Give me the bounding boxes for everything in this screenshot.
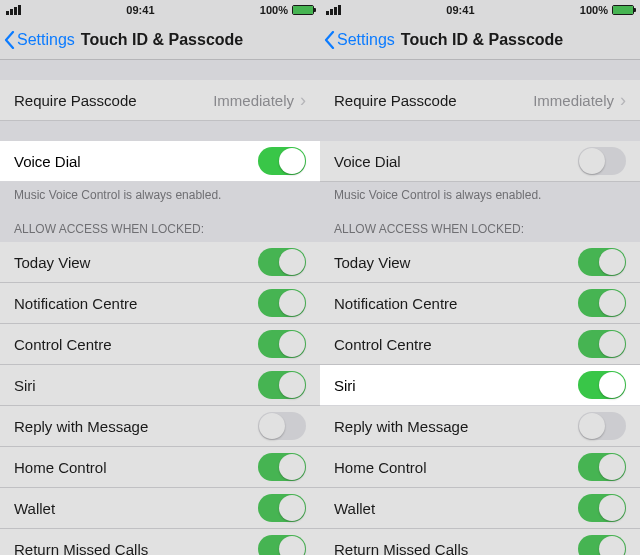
signal-icon bbox=[326, 5, 341, 15]
back-label: Settings bbox=[17, 31, 75, 49]
battery-pct: 100% bbox=[580, 4, 608, 16]
chevron-right-icon: › bbox=[300, 90, 306, 111]
today-view-toggle[interactable] bbox=[578, 248, 626, 276]
today-view-label: Today View bbox=[334, 254, 410, 271]
require-passcode-label: Require Passcode bbox=[334, 92, 457, 109]
settings-list: Require Passcode Immediately › Voice Dia… bbox=[0, 60, 320, 555]
require-passcode-value: Immediately bbox=[533, 92, 614, 109]
require-passcode-row[interactable]: Require Passcode Immediately › bbox=[320, 80, 640, 121]
require-passcode-value: Immediately bbox=[213, 92, 294, 109]
voice-dial-row[interactable]: Voice Dial bbox=[320, 141, 640, 182]
wallet-label: Wallet bbox=[334, 500, 375, 517]
control-centre-toggle[interactable] bbox=[578, 330, 626, 358]
control-centre-toggle[interactable] bbox=[258, 330, 306, 358]
return-missed-calls-label: Return Missed Calls bbox=[334, 541, 468, 556]
reply-with-message-label: Reply with Message bbox=[14, 418, 148, 435]
siri-row[interactable]: Siri bbox=[320, 365, 640, 406]
home-control-label: Home Control bbox=[14, 459, 107, 476]
status-time: 09:41 bbox=[126, 4, 154, 16]
control-centre-label: Control Centre bbox=[14, 336, 112, 353]
return-missed-calls-label: Return Missed Calls bbox=[14, 541, 148, 556]
wallet-label: Wallet bbox=[14, 500, 55, 517]
home-control-toggle[interactable] bbox=[258, 453, 306, 481]
notification-centre-toggle[interactable] bbox=[578, 289, 626, 317]
back-button[interactable]: Settings bbox=[320, 31, 395, 49]
notification-centre-label: Notification Centre bbox=[334, 295, 457, 312]
home-control-row[interactable]: Home Control bbox=[320, 447, 640, 488]
siri-toggle[interactable] bbox=[258, 371, 306, 399]
control-centre-row[interactable]: Control Centre bbox=[320, 324, 640, 365]
voice-dial-footer: Music Voice Control is always enabled. bbox=[0, 182, 320, 210]
today-view-row[interactable]: Today View bbox=[320, 242, 640, 283]
battery-pct: 100% bbox=[260, 4, 288, 16]
voice-dial-row[interactable]: Voice Dial bbox=[0, 141, 320, 182]
notification-centre-toggle[interactable] bbox=[258, 289, 306, 317]
voice-dial-label: Voice Dial bbox=[334, 153, 401, 170]
control-centre-row[interactable]: Control Centre bbox=[0, 324, 320, 365]
reply-with-message-toggle[interactable] bbox=[258, 412, 306, 440]
chevron-left-icon bbox=[324, 31, 335, 49]
home-control-label: Home Control bbox=[334, 459, 427, 476]
siri-label: Siri bbox=[14, 377, 36, 394]
allow-access-header: ALLOW ACCESS WHEN LOCKED: bbox=[320, 210, 640, 242]
home-control-row[interactable]: Home Control bbox=[0, 447, 320, 488]
settings-list: Require Passcode Immediately › Voice Dia… bbox=[320, 60, 640, 555]
require-passcode-row[interactable]: Require Passcode Immediately › bbox=[0, 80, 320, 121]
nav-bar: Settings Touch ID & Passcode bbox=[0, 20, 320, 60]
reply-with-message-label: Reply with Message bbox=[334, 418, 468, 435]
wallet-row[interactable]: Wallet bbox=[320, 488, 640, 529]
voice-dial-toggle[interactable] bbox=[258, 147, 306, 175]
return-missed-calls-toggle[interactable] bbox=[258, 535, 306, 555]
today-view-toggle[interactable] bbox=[258, 248, 306, 276]
back-label: Settings bbox=[337, 31, 395, 49]
home-control-toggle[interactable] bbox=[578, 453, 626, 481]
wallet-toggle[interactable] bbox=[578, 494, 626, 522]
require-passcode-label: Require Passcode bbox=[14, 92, 137, 109]
voice-dial-footer: Music Voice Control is always enabled. bbox=[320, 182, 640, 210]
status-time: 09:41 bbox=[446, 4, 474, 16]
back-button[interactable]: Settings bbox=[0, 31, 75, 49]
battery-icon bbox=[612, 5, 634, 15]
chevron-right-icon: › bbox=[620, 90, 626, 111]
today-view-row[interactable]: Today View bbox=[0, 242, 320, 283]
nav-bar: Settings Touch ID & Passcode bbox=[320, 20, 640, 60]
return-missed-calls-row[interactable]: Return Missed Calls bbox=[320, 529, 640, 555]
notification-centre-row[interactable]: Notification Centre bbox=[0, 283, 320, 324]
voice-dial-label: Voice Dial bbox=[14, 153, 81, 170]
allow-access-header: ALLOW ACCESS WHEN LOCKED: bbox=[0, 210, 320, 242]
voice-dial-toggle[interactable] bbox=[578, 147, 626, 175]
status-bar: 09:41 100% bbox=[0, 0, 320, 20]
wallet-toggle[interactable] bbox=[258, 494, 306, 522]
reply-with-message-row[interactable]: Reply with Message bbox=[0, 406, 320, 447]
return-missed-calls-row[interactable]: Return Missed Calls bbox=[0, 529, 320, 555]
siri-toggle[interactable] bbox=[578, 371, 626, 399]
reply-with-message-row[interactable]: Reply with Message bbox=[320, 406, 640, 447]
battery-icon bbox=[292, 5, 314, 15]
page-title: Touch ID & Passcode bbox=[81, 31, 243, 49]
return-missed-calls-toggle[interactable] bbox=[578, 535, 626, 555]
notification-centre-label: Notification Centre bbox=[14, 295, 137, 312]
wallet-row[interactable]: Wallet bbox=[0, 488, 320, 529]
notification-centre-row[interactable]: Notification Centre bbox=[320, 283, 640, 324]
chevron-left-icon bbox=[4, 31, 15, 49]
today-view-label: Today View bbox=[14, 254, 90, 271]
siri-label: Siri bbox=[334, 377, 356, 394]
reply-with-message-toggle[interactable] bbox=[578, 412, 626, 440]
siri-row[interactable]: Siri bbox=[0, 365, 320, 406]
page-title: Touch ID & Passcode bbox=[401, 31, 563, 49]
status-bar: 09:41 100% bbox=[320, 0, 640, 20]
control-centre-label: Control Centre bbox=[334, 336, 432, 353]
signal-icon bbox=[6, 5, 21, 15]
